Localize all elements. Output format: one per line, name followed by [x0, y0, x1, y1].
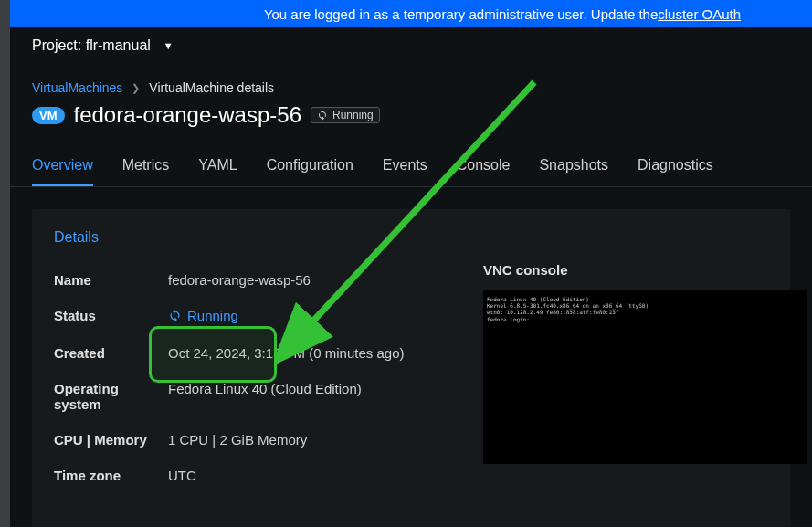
detail-row: Namefedora-orange-wasp-56 — [54, 262, 447, 298]
window-border-left — [0, 0, 10, 527]
page-title: fedora-orange-wasp-56 — [74, 102, 301, 128]
vnc-console[interactable]: Fedora Linux 40 (Cloud Edition)Kernel 6.… — [483, 290, 807, 464]
vnc-section: VNC console Fedora Linux 40 (Cloud Editi… — [483, 262, 807, 493]
breadcrumb: VirtualMachines ❯ VirtualMachine details — [10, 64, 812, 99]
sync-icon — [317, 110, 328, 121]
tab-overview[interactable]: Overview — [32, 150, 93, 186]
breadcrumb-current: VirtualMachine details — [149, 80, 274, 95]
chevron-right-icon: ❯ — [132, 82, 140, 94]
detail-value: 1 CPU | 2 GiB Memory — [168, 432, 307, 448]
tab-metrics[interactable]: Metrics — [122, 150, 170, 186]
banner-text: You are logged in as a temporary adminis… — [264, 6, 658, 22]
tab-diagnostics[interactable]: Diagnostics — [638, 150, 713, 186]
detail-row: Time zoneUTC — [54, 458, 447, 493]
vnc-line: Fedora Linux 40 (Cloud Edition) — [487, 296, 804, 302]
detail-value: Running — [168, 308, 238, 325]
page-title-row: VM fedora-orange-wasp-56 Running — [10, 99, 812, 150]
status-text: Running — [187, 308, 238, 323]
detail-label: Status — [54, 308, 168, 325]
detail-value: UTC — [168, 468, 196, 483]
detail-label: CPU | Memory — [54, 432, 168, 448]
detail-value: Fedora Linux 40 (Cloud Edition) — [168, 381, 362, 412]
tab-snapshots[interactable]: Snapshots — [539, 150, 608, 186]
status-running: Running — [168, 308, 238, 323]
detail-label: Name — [54, 272, 168, 288]
detail-value: fedora-orange-wasp-56 — [168, 272, 311, 288]
detail-row: CreatedOct 24, 2024, 3:15 PM (0 minutes … — [54, 335, 447, 371]
detail-row: Operating systemFedora Linux 40 (Cloud E… — [54, 371, 447, 422]
detail-label: Created — [54, 345, 168, 361]
sync-icon — [168, 309, 182, 322]
detail-value: Oct 24, 2024, 3:15 PM (0 minutes ago) — [168, 345, 404, 361]
detail-row: CPU | Memory1 CPU | 2 GiB Memory — [54, 422, 447, 458]
detail-label: Time zone — [54, 468, 168, 483]
tab-yaml[interactable]: YAML — [198, 150, 237, 186]
status-badge: Running — [311, 107, 380, 123]
project-label: Project: — [32, 37, 81, 54]
details-kv-list: Namefedora-orange-wasp-56StatusRunningCr… — [54, 262, 447, 493]
detail-label: Operating system — [54, 381, 168, 412]
details-panel: Details Namefedora-orange-wasp-56StatusR… — [32, 209, 790, 527]
tab-events[interactable]: Events — [383, 150, 427, 186]
detail-row: StatusRunning — [54, 298, 447, 335]
vm-badge: VM — [32, 107, 65, 124]
breadcrumb-parent[interactable]: VirtualMachines — [32, 80, 122, 95]
admin-warning-banner: You are logged in as a temporary adminis… — [10, 0, 812, 27]
tab-configuration[interactable]: Configuration — [267, 150, 353, 186]
tab-bar: OverviewMetricsYAMLConfigurationEventsCo… — [10, 150, 812, 187]
vnc-line: Kernel 6.8.5-301.fc40.x86_64 on an x86_6… — [487, 302, 804, 309]
tab-console[interactable]: Console — [457, 150, 511, 186]
vnc-title: VNC console — [483, 262, 807, 278]
details-section-title[interactable]: Details — [32, 209, 790, 262]
vnc-line: fedora login: — [487, 316, 804, 322]
project-selector[interactable]: Project: flr-manual ▼ — [10, 27, 812, 64]
vnc-line: eth0: 10.128.2.49 fe80::858:aff:fe80:23f — [487, 309, 804, 315]
status-text: Running — [332, 109, 374, 121]
main-content: Project: flr-manual ▼ VirtualMachines ❯ … — [10, 27, 812, 527]
project-value: flr-manual — [86, 37, 151, 54]
banner-oauth-link[interactable]: cluster OAuth — [658, 6, 741, 22]
chevron-down-icon: ▼ — [163, 40, 174, 51]
